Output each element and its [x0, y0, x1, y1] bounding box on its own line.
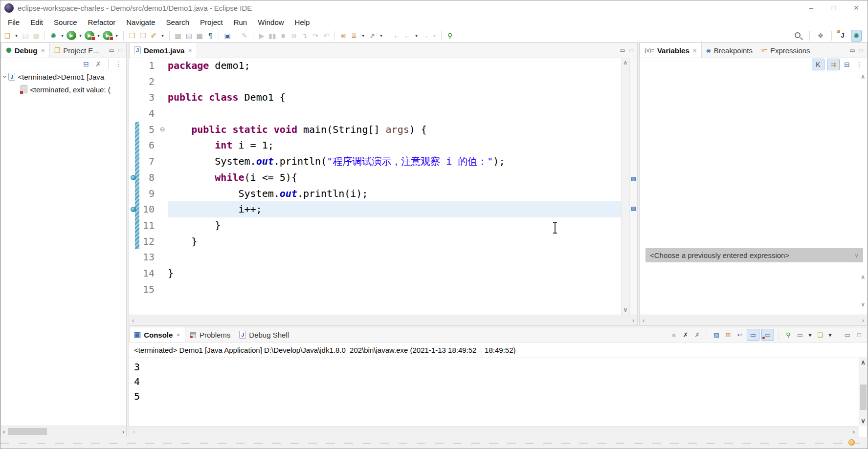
- terminate-icon[interactable]: ■: [278, 30, 288, 41]
- coverage-dropdown-icon[interactable]: ▾: [95, 30, 102, 41]
- minimize-button[interactable]: –: [800, 0, 823, 15]
- maximize-button[interactable]: □: [823, 0, 845, 15]
- minimize-panel-icon[interactable]: ▭: [109, 47, 114, 54]
- scroll-left-icon[interactable]: ‹: [3, 428, 5, 435]
- menu-window[interactable]: Window: [252, 15, 289, 29]
- open-console-dropdown-icon[interactable]: ▾: [827, 329, 833, 340]
- scrollbar-thumb[interactable]: [860, 385, 867, 410]
- scroll-down-icon[interactable]: ∨: [861, 417, 866, 425]
- search-dropdown-icon[interactable]: ▾: [159, 30, 166, 41]
- profile-dropdown-icon[interactable]: ▾: [378, 30, 384, 41]
- code-line-2[interactable]: 2: [129, 74, 621, 90]
- maximize-editor-icon[interactable]: □: [630, 47, 633, 54]
- word-wrap-icon[interactable]: ↩: [735, 329, 745, 340]
- tab-project-explorer[interactable]: ❒ Project E...: [50, 43, 104, 58]
- chevron-down-icon[interactable]: ›: [1, 76, 9, 78]
- terminate-icon[interactable]: ■: [669, 329, 679, 340]
- minimize-panel-icon[interactable]: ▭: [849, 47, 855, 54]
- code-text[interactable]: }: [168, 265, 621, 281]
- step-filters-dropdown-icon[interactable]: ▾: [360, 30, 366, 41]
- disconnect-icon[interactable]: ⊘: [289, 30, 299, 41]
- code-text[interactable]: }: [168, 234, 621, 250]
- step-over-icon[interactable]: ↷: [311, 30, 320, 41]
- show-type-names-icon[interactable]: K: [812, 59, 824, 70]
- view-menu-icon[interactable]: ⋮: [113, 59, 123, 69]
- search-icon[interactable]: [794, 31, 803, 40]
- scroll-left-icon[interactable]: ‹: [133, 428, 135, 435]
- last-edit-location-icon[interactable]: ←: [392, 30, 401, 41]
- open-perspective-icon[interactable]: ❖: [816, 30, 825, 41]
- run-icon[interactable]: ▶: [67, 31, 76, 40]
- step-filters-icon[interactable]: ⇊: [349, 30, 359, 41]
- tree-item-process[interactable]: <terminated, exit value: (: [1, 83, 126, 96]
- remove-launch-icon[interactable]: ✗: [681, 329, 690, 340]
- clear-console-icon[interactable]: ▧: [712, 329, 721, 340]
- resume-icon[interactable]: ▶: [257, 30, 267, 41]
- suspend-icon[interactable]: ▮▮: [267, 30, 277, 41]
- scroll-lock-icon[interactable]: ⊞: [723, 329, 733, 340]
- code-line-6[interactable]: 6 int i = 1;: [129, 137, 621, 153]
- show-on-stdout-icon[interactable]: ▭: [747, 329, 759, 341]
- tab-debug-shell[interactable]: J Debug Shell: [235, 327, 293, 342]
- debug-icon[interactable]: ✺: [48, 30, 58, 41]
- console-output[interactable]: 3 4 5: [129, 357, 859, 426]
- editor-vscrollbar[interactable]: ∧ ∨: [621, 58, 629, 315]
- open-resource-icon[interactable]: ❒: [138, 30, 148, 41]
- code-text[interactable]: System.out.println(i);: [168, 186, 621, 202]
- back-icon[interactable]: ←: [402, 30, 412, 41]
- console-vscrollbar[interactable]: ∧ ∨: [859, 357, 867, 426]
- breakpoint-ruler-cell[interactable]: [129, 207, 137, 212]
- save-icon[interactable]: ▤: [21, 30, 30, 41]
- tab-breakpoints[interactable]: ◉ Breakpoints: [702, 43, 757, 58]
- new-task-icon[interactable]: ▥: [173, 30, 183, 41]
- combo-chevron-icon[interactable]: ∨: [854, 252, 859, 259]
- breakpoint-icon[interactable]: [131, 207, 136, 212]
- code-line-10[interactable]: 10 i++;: [129, 201, 621, 217]
- maximize-panel-icon[interactable]: □: [860, 47, 863, 54]
- menu-file[interactable]: File: [2, 15, 25, 29]
- code-line-4[interactable]: 4: [129, 106, 621, 122]
- menu-refactor[interactable]: Refactor: [83, 15, 121, 29]
- code-line-8[interactable]: 8 while(i <= 5){: [129, 170, 621, 186]
- scroll-left-icon[interactable]: ‹: [132, 317, 134, 324]
- run-dropdown-icon[interactable]: ▾: [77, 30, 84, 41]
- debug-dropdown-icon[interactable]: ▾: [59, 30, 66, 41]
- debug-panel-hscrollbar[interactable]: ‹ ›: [1, 426, 126, 437]
- lightbulb-icon[interactable]: [848, 439, 855, 446]
- forward-icon[interactable]: →: [421, 30, 430, 41]
- code-line-14[interactable]: 14}: [129, 265, 621, 281]
- overview-ruler[interactable]: [629, 58, 637, 315]
- scroll-right-icon[interactable]: ›: [632, 317, 634, 324]
- debug-perspective-icon[interactable]: ✺: [851, 30, 862, 42]
- close-icon[interactable]: ✕: [693, 48, 697, 53]
- code-line-7[interactable]: 7 System.out.println("程序调试演示，注意观察 i 的值："…: [129, 153, 621, 170]
- java-perspective-icon[interactable]: J: [838, 30, 847, 41]
- close-icon[interactable]: ✕: [41, 48, 45, 53]
- display-console-dropdown-icon[interactable]: ▾: [807, 329, 813, 340]
- show-logical-structures-icon[interactable]: ⇉: [827, 59, 840, 70]
- scroll-down-icon[interactable]: ∨: [623, 306, 628, 313]
- tab-debug[interactable]: ✺ Debug ✕: [1, 43, 50, 58]
- display-console-icon[interactable]: ▭: [795, 329, 805, 340]
- scrollbar-thumb[interactable]: [8, 428, 47, 435]
- fold-collapse-icon[interactable]: ⊖: [157, 122, 168, 138]
- tree-item-launch[interactable]: › J <terminated>Demo1 [Java: [1, 70, 126, 83]
- remove-all-terminated-icon[interactable]: ✗: [93, 59, 103, 69]
- breakpoint-icon[interactable]: [131, 175, 136, 180]
- variables-hscrollbar[interactable]: ‹ ›: [640, 315, 867, 325]
- collapse-all-icon[interactable]: ⊟: [842, 59, 852, 70]
- remove-all-terminated-icon[interactable]: ✗: [692, 329, 702, 340]
- breakpoint-ruler-cell[interactable]: [129, 175, 137, 180]
- minimize-console-icon[interactable]: ▭: [843, 329, 852, 340]
- back-dropdown-icon[interactable]: ▾: [413, 30, 420, 41]
- code-text[interactable]: int i = 1;: [168, 137, 621, 153]
- forward-dropdown-icon[interactable]: ▾: [431, 30, 438, 41]
- collapse-all-icon[interactable]: ⊟: [81, 59, 91, 69]
- step-return-icon[interactable]: ↶: [321, 30, 331, 41]
- profile-icon[interactable]: ⇗: [367, 30, 377, 41]
- code-line-15[interactable]: 15: [129, 281, 621, 298]
- tab-variables[interactable]: (x)= Variables ✕: [640, 43, 702, 58]
- code-text[interactable]: i++;: [168, 201, 621, 217]
- console-view-icon[interactable]: ▣: [223, 30, 232, 41]
- close-button[interactable]: ✕: [845, 0, 868, 15]
